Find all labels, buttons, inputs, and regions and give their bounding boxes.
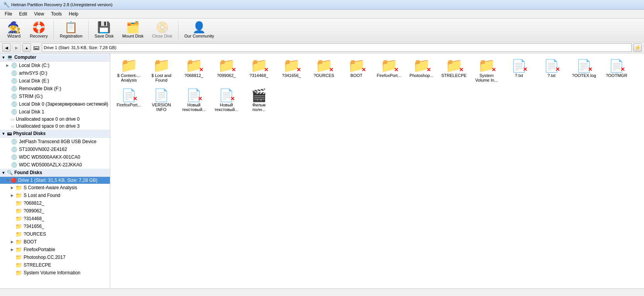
tree-sysvolinfo[interactable]: 📁 System Volume Information — [0, 269, 110, 277]
recovery-icon: 🛟 — [32, 22, 46, 33]
wizard-button[interactable]: 🧙 Wizard — [3, 20, 25, 40]
item-label-c-txt2: ?.txt — [548, 73, 556, 78]
tree-wdc-ca0[interactable]: 💿 WDC WD5000AAKX-001CA0 — [0, 153, 110, 161]
tree-f-ources[interactable]: 📁 ?OURCES — [0, 230, 110, 238]
tree-strim-g[interactable]: 💿 STRIM (G:) — [0, 92, 110, 100]
recovery-label: Recovery — [30, 34, 48, 38]
content-item-c-ources[interactable]: 📁 ✕ ?OURCES — [308, 56, 339, 84]
content-item-c-new-txt1[interactable]: 📄 ✕ Новый текстовый... — [178, 86, 209, 114]
folder-icon: 📁 ✕ — [185, 58, 203, 72]
item-label-c-txt1: ?.txt — [515, 73, 523, 78]
file-icon: 📄 ✕ — [121, 89, 137, 101]
our-community-button[interactable]: 👤 Our Community — [181, 20, 218, 40]
our-community-label: Our Community — [184, 34, 214, 38]
computer-items: ▶ 💿 Local Disk (C:) 💿 arhivSYS (D:) 💿 Lo… — [0, 62, 110, 130]
content-item-c-ootmgr[interactable]: 📄 ✕ ?OOTMGR — [601, 56, 632, 84]
found-disks-section-header[interactable]: ▼ 🔍 Found Disks — [0, 169, 110, 177]
tree-s-lost[interactable]: ▶ 📁 S Lost and Found — [0, 192, 110, 199]
tree-s-content[interactable]: ▶ 📁 S Content-Aware Analysis — [0, 184, 110, 192]
content-item-c-firefox-port[interactable]: 📁 ✕ FirefoxPort... — [373, 56, 404, 84]
tree-unalloc-0[interactable]: ▭ Unallocated space 0 on drive 0 — [0, 116, 110, 123]
tree-f068812[interactable]: 📁 ?068812_ — [0, 199, 110, 207]
address-input[interactable] — [42, 43, 632, 52]
tree-local-disk-1[interactable]: 💿 Local Disk 1 — [0, 108, 110, 116]
content-item-c341656[interactable]: 📁 ✕ ?341656_ — [276, 56, 307, 84]
item-label-c-new-txt1: Новый текстовый... — [182, 103, 206, 112]
item-label-c-ources: ?OURCES — [313, 73, 334, 78]
computer-toggle: ▼ — [2, 55, 5, 60]
item-label-c068812: ?068812_ — [185, 73, 204, 78]
content-item-c068812[interactable]: 📁 ✕ ?068812_ — [178, 56, 209, 84]
tree-f314468[interactable]: 📁 ?314468_ — [0, 215, 110, 222]
item-label-s-lost-found: $ Lost and Found — [151, 73, 171, 82]
content-item-c-firefox-port2[interactable]: 📄 ✕ FirefoxPort... — [113, 86, 144, 114]
item-icon-c-version-info: 📄 — [154, 88, 169, 102]
tree-f341656[interactable]: 📁 ?341656_ — [0, 222, 110, 230]
mount-disk-icon: 🗂️ — [126, 22, 140, 33]
item-icon-c341656: 📁 ✕ — [283, 58, 300, 72]
menu-file[interactable]: File — [2, 10, 15, 17]
content-item-c-new-txt2[interactable]: 📄 ✕ Новый текстовый... — [211, 86, 242, 114]
menu-edit[interactable]: Edit — [16, 10, 30, 17]
tree-removable-f[interactable]: 💿 Removable Disk (F:) — [0, 85, 110, 92]
folder-icon: 📁 ✕ — [478, 58, 495, 72]
tree-local-disk-0[interactable]: 💿 Local Disk 0 (Зарезервировано системой… — [0, 100, 110, 108]
content-item-c314468[interactable]: 📁 ✕ ?314468_ — [243, 56, 274, 84]
close-disk-button[interactable]: 📀 Close Disk — [149, 20, 176, 40]
item-icon-c-photoshop: 📁 ✕ — [413, 58, 430, 72]
save-disk-button[interactable]: 💾 Save Disk — [91, 20, 117, 40]
up-button[interactable]: ▲ — [22, 43, 31, 52]
mount-disk-button[interactable]: 🗂️ Mount Disk — [119, 20, 147, 40]
wizard-label: Wizard — [7, 34, 21, 38]
item-icon-c-ootex-log: 📄 ✕ — [576, 58, 592, 72]
content-item-c-ootex-log[interactable]: 📄 ✕ ?OOTEX.log — [569, 56, 599, 84]
tree-arhivsys-d[interactable]: 💿 arhivSYS (D:) — [0, 69, 110, 77]
tree-firefox-portable[interactable]: ▶ 📁 FirefoxPortable — [0, 246, 110, 253]
tree-unalloc-3[interactable]: ▭ Unallocated space 0 on drive 3 — [0, 123, 110, 130]
content-item-c-photoshop[interactable]: 📁 ✕ Photoshop... — [406, 56, 437, 84]
recovery-button[interactable]: 🛟 Recovery — [26, 20, 51, 40]
folder-icon: 📁 — [120, 58, 138, 72]
file-icon: 📄 ✕ — [511, 60, 527, 72]
computer-section-header[interactable]: ▼ 💻 Computer — [0, 53, 110, 62]
menu-view[interactable]: View — [31, 10, 47, 17]
tree-boot[interactable]: ▶ 📁 BOOT — [0, 238, 110, 246]
app-icon: 🔧 — [3, 2, 10, 8]
tree-drive1[interactable]: ▼ 🔴 Drive 1 (Start: 31,5 KB, Size: 7,28 … — [0, 177, 110, 184]
menu-help[interactable]: Help — [66, 10, 82, 17]
tree-jetflash[interactable]: 💿 JetFlash Transcend 8GB USB Device — [0, 138, 110, 145]
item-label-c341656: ?341656_ — [282, 73, 301, 78]
wizard-icon: 🧙 — [7, 22, 21, 33]
item-label-c-photoshop: Photoshop... — [409, 73, 433, 78]
tree-wdc-kka0[interactable]: 💿 WDC WD5000AZLX-22JKKA0 — [0, 161, 110, 169]
item-icon-c-film: 🎬 — [251, 88, 267, 102]
tree-local-e[interactable]: 💿 Local Disk (E:) — [0, 77, 110, 85]
content-item-c-txt1[interactable]: 📄 ✕ ?.txt — [504, 56, 534, 84]
forward-button[interactable]: ▶ — [12, 43, 21, 52]
content-item-c-strelecpe[interactable]: 📁 ✕ STRELECPE — [438, 56, 469, 84]
item-label-c-version-info: VERSION INFO — [152, 103, 171, 112]
tree-f099062[interactable]: 📁 ?099062_ — [0, 207, 110, 215]
content-item-s-content-aware[interactable]: 📁 $ Content-... Analysis — [113, 56, 144, 84]
menu-tools[interactable]: Tools — [48, 10, 65, 17]
content-item-c-sysvol[interactable]: 📁 ✕ System Volume In... — [471, 56, 502, 84]
content-item-c099062[interactable]: 📁 ✕ ?099062_ — [211, 56, 242, 84]
tree-st1000[interactable]: 💿 ST1000VN002-2E4162 — [0, 145, 110, 153]
content-item-s-lost-found[interactable]: 📁 $ Lost and Found — [146, 56, 177, 84]
physical-disks-section-header[interactable]: ▼ 🖴 Physical Disks — [0, 130, 110, 138]
content-item-c-txt2[interactable]: 📄 ✕ ?.txt — [536, 56, 567, 84]
address-go-button[interactable]: ⚡ — [633, 43, 642, 52]
registration-button[interactable]: 📋 Registration — [56, 20, 86, 40]
content-item-c-boot[interactable]: 📁 ✕ BOOT — [341, 56, 372, 84]
content-item-c-film[interactable]: 🎬 Фильм полн... — [243, 86, 274, 114]
close-disk-icon: 📀 — [156, 22, 169, 33]
tree-strelecpe[interactable]: 📁 STRELECPE — [0, 261, 110, 269]
item-icon-c-ources: 📁 ✕ — [315, 58, 333, 72]
file-icon: 📄 ✕ — [576, 60, 592, 72]
tree-local-c[interactable]: ▶ 💿 Local Disk (C:) — [0, 62, 110, 69]
content-grid: 📁 $ Content-... Analysis 📁 $ Lost and Fo… — [113, 56, 641, 114]
content-item-c-version-info[interactable]: 📄 VERSION INFO — [146, 86, 177, 114]
tree-photoshop[interactable]: 📁 Photoshop.CC.2017 — [0, 253, 110, 261]
file-icon: 📄 ✕ — [186, 89, 202, 101]
back-button[interactable]: ◀ — [2, 43, 11, 52]
